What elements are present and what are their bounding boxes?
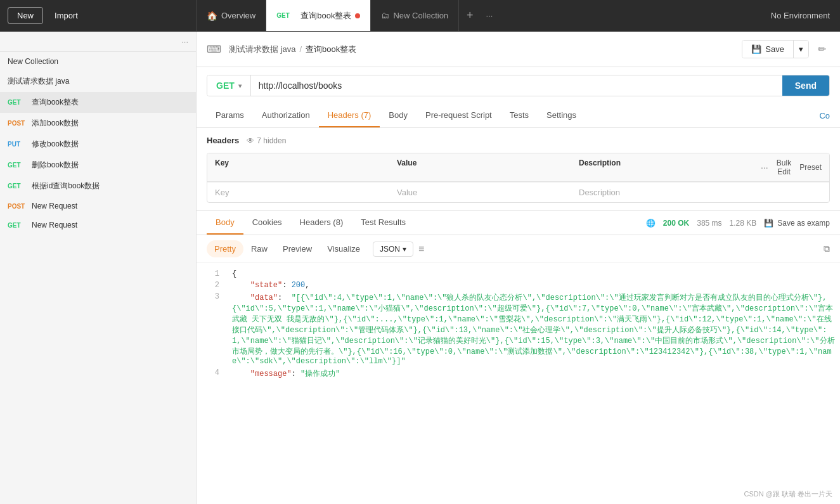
bulk-edit-button[interactable]: Bulk Edit bbox=[773, 158, 795, 176]
method-selector[interactable]: GET ▾ bbox=[207, 75, 251, 96]
cell-desc[interactable]: Description bbox=[571, 183, 753, 202]
sidebar-item-get-new-req[interactable]: GET New Request bbox=[0, 216, 196, 235]
response-section: Body Cookies Headers (8) Test Results 🌐 … bbox=[197, 210, 840, 504]
resp-tab-cookies-label: Cookies bbox=[252, 217, 282, 227]
save-button-group: 💾 Save ▾ bbox=[742, 40, 809, 58]
add-tab-button[interactable]: + bbox=[459, 0, 481, 31]
line-content-3: "data": "[{\"id\":4,\"type\":1,\"name\":… bbox=[227, 291, 840, 367]
presets-button[interactable]: Preset bbox=[799, 163, 822, 172]
header-dots-icon[interactable]: ··· bbox=[761, 162, 768, 172]
code-line-1: 1 { bbox=[197, 268, 840, 280]
overview-icon: 🏠 bbox=[207, 11, 217, 21]
format-selector[interactable]: JSON ▾ bbox=[373, 242, 413, 257]
tab-body[interactable]: Body bbox=[380, 104, 417, 127]
save-icon: 💾 bbox=[764, 219, 773, 228]
tab-overview[interactable]: 🏠 Overview bbox=[197, 0, 266, 31]
code-line-3: 3 "data": "[{\"id\":4,\"type\":1,\"name\… bbox=[197, 291, 840, 367]
method-badge-get: GET bbox=[8, 162, 28, 169]
tab-headers[interactable]: Headers (7) bbox=[319, 104, 380, 127]
hidden-badge: 👁 7 hidden bbox=[247, 136, 286, 145]
body-tab-pretty[interactable]: Pretty bbox=[207, 240, 243, 257]
sidebar-list: New Collection 测试请求数据 java GET 查询book整表 … bbox=[0, 52, 196, 504]
tab-method-badge: GET bbox=[276, 12, 297, 19]
url-bar: GET ▾ Send bbox=[207, 75, 830, 96]
resp-tab-body[interactable]: Body bbox=[207, 211, 243, 235]
url-input[interactable] bbox=[251, 75, 782, 96]
tab-params-label: Params bbox=[216, 110, 244, 120]
edit-button[interactable]: ✏ bbox=[814, 39, 830, 59]
headers-section: Headers 👁 7 hidden Key Value Description… bbox=[197, 128, 840, 210]
sidebar-item-label: 添加book数据 bbox=[32, 118, 79, 129]
save-example-button[interactable]: 💾 Save as examp bbox=[764, 219, 830, 228]
preview-label: Preview bbox=[283, 244, 312, 254]
sidebar-item-put-edit-book[interactable]: PUT 修改book数据 bbox=[0, 134, 196, 155]
save-button[interactable]: 💾 Save bbox=[742, 41, 793, 58]
headers-table: Key Value Description ··· Bulk Edit Pres… bbox=[207, 153, 830, 203]
sidebar-item-label: New Collection bbox=[8, 57, 58, 66]
method-badge-put: PUT bbox=[8, 141, 28, 148]
sidebar-menu-icon[interactable]: ··· bbox=[181, 37, 188, 46]
tab-authorization[interactable]: Authorization bbox=[253, 104, 319, 127]
top-bar-right: No Environment bbox=[761, 11, 840, 20]
tab-settings[interactable]: Settings bbox=[538, 104, 585, 127]
environment-selector[interactable]: No Environment bbox=[771, 11, 830, 20]
sidebar-item-post-add-book[interactable]: POST 添加book数据 bbox=[0, 113, 196, 134]
line-num-3: 3 bbox=[197, 291, 227, 367]
tab-authorization-label: Authorization bbox=[262, 110, 310, 120]
cell-value[interactable]: Value bbox=[389, 183, 571, 202]
method-badge-post: POST bbox=[8, 120, 28, 127]
sidebar-item-new-collection[interactable]: New Collection bbox=[0, 52, 196, 71]
code-area[interactable]: 1 { 2 "state": 200, 3 "data": "[{\"id\":… bbox=[197, 263, 840, 504]
sidebar-item-get-delete-book[interactable]: GET 删除book数据 bbox=[0, 155, 196, 176]
body-controls: Pretty Raw Preview Visualize JSON ▾ ≡ ⧉ bbox=[197, 235, 840, 263]
cell-actions bbox=[753, 183, 829, 202]
breadcrumb-separator: / bbox=[299, 44, 302, 54]
save-example-label: Save as examp bbox=[777, 219, 830, 228]
sidebar-item-label: 查询book整表 bbox=[32, 97, 79, 108]
line-content-2: "state": 200, bbox=[227, 280, 840, 291]
method-badge-post: POST bbox=[8, 203, 28, 210]
body-tab-raw[interactable]: Raw bbox=[243, 240, 275, 257]
new-button[interactable]: New bbox=[8, 7, 43, 24]
status-size: 1.28 KB bbox=[730, 219, 757, 228]
body-tab-preview[interactable]: Preview bbox=[275, 240, 320, 257]
resp-tab-headers-label: Headers (8) bbox=[300, 217, 344, 227]
code-line-4: 4 "message": "操作成功" bbox=[197, 367, 840, 380]
tab-params[interactable]: Params bbox=[207, 104, 253, 127]
wrap-icon[interactable]: ≡ bbox=[418, 243, 424, 255]
line-content-1: { bbox=[227, 268, 840, 280]
sidebar-item-post-new-req[interactable]: POST New Request bbox=[0, 197, 196, 216]
status-ok-badge: 200 OK bbox=[663, 219, 689, 228]
copy-icon[interactable]: ⧉ bbox=[824, 243, 830, 254]
tab-get-book[interactable]: GET 查询book整表 bbox=[266, 0, 371, 31]
resp-tab-cookies[interactable]: Cookies bbox=[243, 211, 291, 235]
line-content-4: "message": "操作成功" bbox=[227, 367, 840, 380]
tab-tests[interactable]: Tests bbox=[501, 104, 538, 127]
sidebar-item-get-by-id[interactable]: GET 根据id查询book数据 bbox=[0, 176, 196, 197]
tab-new-collection[interactable]: 🗂 New Collection bbox=[371, 0, 459, 31]
chevron-down-icon: ▾ bbox=[799, 44, 803, 54]
import-button[interactable]: Import bbox=[48, 8, 84, 23]
plus-icon: + bbox=[467, 9, 474, 22]
response-tabs-bar: Body Cookies Headers (8) Test Results 🌐 … bbox=[197, 211, 840, 235]
resp-tab-headers[interactable]: Headers (8) bbox=[291, 211, 352, 235]
tabs-bar: 🏠 Overview GET 查询book整表 🗂 New Collection… bbox=[197, 0, 761, 31]
save-dropdown-button[interactable]: ▾ bbox=[793, 41, 808, 58]
col-desc-header: Description bbox=[571, 153, 753, 181]
tab-get-book-label: 查询book整表 bbox=[300, 10, 351, 22]
sidebar-item-get-book-list[interactable]: GET 查询book整表 bbox=[0, 92, 196, 113]
save-label: Save bbox=[765, 44, 784, 54]
cell-key[interactable]: Key bbox=[207, 183, 389, 202]
tab-pre-request[interactable]: Pre-request Script bbox=[417, 104, 501, 127]
sidebar-item-java-collection[interactable]: 测试请求数据 java bbox=[0, 71, 196, 92]
status-time: 385 ms bbox=[697, 219, 721, 228]
tab-options-button[interactable]: ··· bbox=[481, 0, 498, 31]
top-bar-left: New Import bbox=[0, 0, 197, 31]
pretty-label: Pretty bbox=[214, 244, 236, 254]
send-button[interactable]: Send bbox=[782, 75, 829, 96]
resp-tab-test-results-label: Test Results bbox=[361, 217, 406, 227]
sidebar-header: ··· bbox=[0, 32, 196, 52]
sidebar-search-input[interactable] bbox=[8, 37, 176, 46]
body-tab-visualize[interactable]: Visualize bbox=[320, 240, 368, 257]
resp-tab-test-results[interactable]: Test Results bbox=[352, 211, 415, 235]
